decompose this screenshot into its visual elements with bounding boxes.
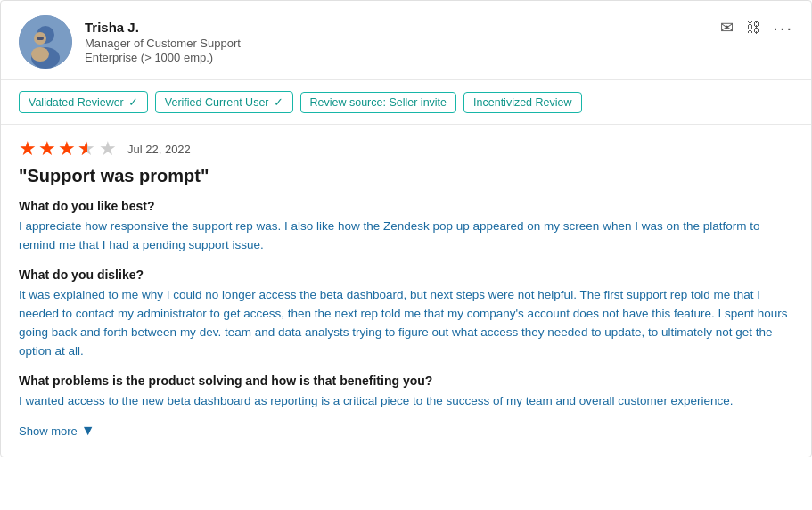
- star-3: ★: [58, 139, 76, 159]
- badge-label: Verified Current User: [165, 96, 269, 109]
- star-2: ★: [38, 139, 56, 159]
- review-title: "Support was prompt": [19, 166, 793, 186]
- svg-rect-5: [37, 37, 44, 40]
- chevron-down-icon: ▼: [81, 423, 95, 439]
- section-likes-answer: I appreciate how responsive the support …: [19, 218, 793, 255]
- reviewer-name: Trisha J.: [85, 20, 241, 35]
- show-more-label: Show more: [19, 424, 78, 438]
- email-icon[interactable]: ✉: [720, 20, 734, 36]
- check-icon: ✓: [128, 95, 138, 109]
- section-problems: What problems is the product solving and…: [19, 374, 793, 411]
- header-actions: ✉ ⛓ ···: [720, 15, 793, 37]
- badge-label: Validated Reviewer: [29, 96, 124, 109]
- badges-row: Validated Reviewer ✓ Verified Current Us…: [1, 80, 811, 125]
- section-likes: What do you like best? I appreciate how …: [19, 199, 793, 255]
- section-problems-label: What problems is the product solving and…: [19, 374, 793, 388]
- badge-incentivized: Incentivized Review: [463, 92, 581, 113]
- section-dislikes: What do you dislike? It was explained to…: [19, 267, 793, 361]
- reviewer-title: Manager of Customer Support: [85, 37, 241, 50]
- avatar: [19, 15, 72, 69]
- reviewer-company: Enterprise (> 1000 emp.): [85, 51, 241, 64]
- section-likes-label: What do you like best?: [19, 199, 793, 213]
- star-rating: ★ ★ ★ ★ ★ ★: [19, 139, 117, 159]
- more-icon[interactable]: ···: [773, 19, 793, 37]
- svg-point-4: [31, 47, 49, 62]
- review-body: ★ ★ ★ ★ ★ ★ Jul 22, 2022 "Support was pr…: [1, 125, 811, 457]
- rating-row: ★ ★ ★ ★ ★ ★ Jul 22, 2022: [19, 139, 793, 159]
- section-dislikes-answer: It was explained to me why I could no lo…: [19, 286, 793, 361]
- star-1: ★: [19, 139, 37, 159]
- reviewer-info: Trisha J. Manager of Customer Support En…: [19, 15, 241, 69]
- review-header: Trisha J. Manager of Customer Support En…: [1, 1, 811, 80]
- review-date: Jul 22, 2022: [127, 143, 191, 156]
- star-5: ★: [99, 139, 117, 159]
- star-4: ★ ★: [78, 139, 97, 159]
- section-problems-answer: I wanted access to the new beta dashboar…: [19, 392, 793, 411]
- show-more-button[interactable]: Show more ▼: [19, 423, 793, 439]
- reviewer-details: Trisha J. Manager of Customer Support En…: [85, 20, 241, 64]
- link-icon[interactable]: ⛓: [746, 21, 760, 35]
- section-dislikes-label: What do you dislike?: [19, 267, 793, 282]
- badge-review-source: Review source: Seller invite: [300, 92, 457, 113]
- badge-verified-user: Verified Current User ✓: [155, 91, 293, 113]
- review-card: Trisha J. Manager of Customer Support En…: [0, 0, 812, 457]
- badge-validated-reviewer: Validated Reviewer ✓: [19, 91, 148, 113]
- check-icon: ✓: [274, 95, 283, 109]
